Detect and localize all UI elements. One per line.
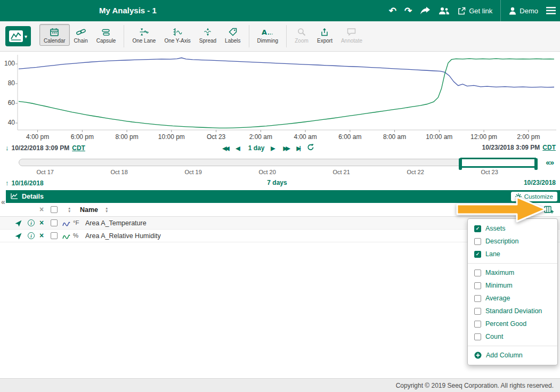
menu-item-standard-deviation[interactable]: Standard Deviation <box>468 305 557 317</box>
timeline-date-label: Oct 18 <box>110 169 127 175</box>
x-axis[interactable]: 4:00 pm6:00 pm8:00 pm10:00 pmOct 232:00 … <box>0 133 560 142</box>
timezone-link-start[interactable]: CDT <box>72 144 85 152</box>
toolbar-dimming-button[interactable]: A Dimming <box>253 24 282 46</box>
plus-circle-icon <box>474 352 482 359</box>
toolbar-chain-button[interactable]: Chain <box>70 24 92 46</box>
row-checkbox[interactable] <box>51 219 58 226</box>
timezone-link-end[interactable]: CDT <box>542 144 556 151</box>
step-to-now-icon[interactable]: ▶| <box>297 145 301 151</box>
menu-item-average[interactable]: Average <box>468 292 557 305</box>
toolbar-labels-button[interactable]: Labels <box>221 24 245 46</box>
display-range-end[interactable]: 10/23/2018 3:09 PM <box>482 144 540 151</box>
trend-chart[interactable]: 100806040 <box>0 52 560 133</box>
remove-all-icon[interactable]: × <box>39 206 44 213</box>
shrink-range-icon[interactable]: ↓ <box>5 144 9 152</box>
unit-label: % <box>73 232 78 239</box>
timeline-date-label: Oct 20 <box>258 169 275 175</box>
toolbar-spread-button[interactable]: Spread <box>195 24 221 46</box>
toolbar-zoom-label: Zoom <box>295 38 309 44</box>
user-menu-button[interactable]: Demo <box>509 7 538 15</box>
signal-name[interactable]: Area A_Temperature <box>85 219 147 227</box>
timeline-selection[interactable] <box>460 158 536 168</box>
menu-item-maximum[interactable]: Maximum <box>468 266 557 279</box>
selection-left-handle[interactable] <box>459 158 462 170</box>
menu-item-description[interactable]: Description <box>468 235 557 248</box>
refresh-icon[interactable] <box>307 144 316 152</box>
step-forward-fast-icon[interactable]: ▶▶ <box>283 145 290 151</box>
toolbar-one-lane-label: One Lane <box>132 38 156 44</box>
menu-item-assets[interactable]: Assets <box>468 222 557 235</box>
add-column-label: Add Column <box>486 352 523 359</box>
seeq-app: My Analysis - 1 ↶ ↷ Get link Demo <box>0 0 560 392</box>
chevron-down-icon: ▾ <box>25 34 27 39</box>
details-title: Details <box>22 193 44 200</box>
toolbar-chain-label: Chain <box>74 38 88 44</box>
timeline-date-label: Oct 22 <box>407 169 424 175</box>
info-icon[interactable]: i <box>28 232 35 239</box>
remove-icon[interactable]: × <box>39 219 44 226</box>
menu-item-label: Count <box>485 333 503 340</box>
toolbar-one-lane-button[interactable]: One Lane <box>128 24 160 46</box>
calendar-icon <box>50 27 59 36</box>
toolbar-separator <box>286 25 287 47</box>
select-all-checkbox[interactable] <box>51 206 58 213</box>
name-column-header[interactable]: Name <box>80 206 98 214</box>
step-size-link[interactable]: 1 day <box>248 144 265 152</box>
expand-range-arrow-icon[interactable]: ↑ <box>5 179 9 187</box>
investigate-duration[interactable]: 7 days <box>267 179 287 186</box>
x-axis-tick-label: 6:00 am <box>338 133 361 141</box>
series-line-Area A_Relative Humidity[interactable] <box>19 59 554 128</box>
menu-item-label: Average <box>485 295 510 302</box>
name-sort-icon[interactable]: ▲▼ <box>105 207 108 213</box>
get-link-button[interactable]: Get link <box>458 7 492 15</box>
users-icon[interactable] <box>439 7 450 15</box>
step-back-icon[interactable]: ◀ <box>236 145 242 151</box>
get-link-label: Get link <box>469 7 492 15</box>
timeline-scrubber: «» <box>0 157 560 169</box>
share-forward-icon[interactable] <box>420 6 431 15</box>
row-checkbox[interactable] <box>51 232 58 239</box>
step-forward-icon[interactable]: ▶ <box>271 145 277 151</box>
trend-chart-svg[interactable] <box>0 52 560 133</box>
checkbox <box>474 270 481 276</box>
menu-divider <box>468 263 557 264</box>
toolbar-one-y-axis-button[interactable]: One Y-Axis <box>160 24 194 46</box>
user-icon <box>509 7 516 15</box>
pin-icon[interactable] <box>15 219 22 229</box>
menu-item-count[interactable]: Count <box>468 330 557 343</box>
series-line-Area A_Temperature[interactable] <box>19 58 554 87</box>
investigate-start-date[interactable]: 10/16/2018 <box>12 179 44 187</box>
timeline-track[interactable] <box>19 159 538 166</box>
signal-name[interactable]: Area A_Relative Humidity <box>85 232 161 240</box>
selection-right-handle[interactable] <box>534 158 538 170</box>
undo-icon[interactable]: ↶ <box>389 6 396 15</box>
details-chart-icon <box>11 192 18 201</box>
x-axis-tick-label: 2:00 pm <box>517 133 540 141</box>
menu-item-lane[interactable]: Lane <box>468 248 557 260</box>
display-range-start[interactable]: 10/22/2018 3:09 PM <box>12 144 70 152</box>
header-divider <box>500 0 501 21</box>
remove-icon[interactable]: × <box>39 232 44 239</box>
checkbox <box>474 225 481 232</box>
toolbar-capsule-button[interactable]: Capsule <box>92 24 120 46</box>
menu-item-percent-good[interactable]: Percent Good <box>468 317 557 330</box>
menu-divider <box>468 346 557 346</box>
toolbar-export-button[interactable]: Export <box>313 24 337 46</box>
svg-text:A: A <box>262 28 267 36</box>
step-back-fast-icon[interactable]: ◀◀ <box>222 145 229 151</box>
redo-icon[interactable]: ↷ <box>404 6 412 15</box>
expand-range-icon[interactable]: «» <box>546 158 554 166</box>
x-axis-tick-label: 10:00 pm <box>158 133 185 141</box>
menu-item-label: Maximum <box>485 269 514 276</box>
toolbar-calendar-button[interactable]: Calendar <box>39 24 70 46</box>
x-axis-tick-label: 2:00 am <box>249 133 272 141</box>
info-icon[interactable]: i <box>28 219 35 226</box>
hamburger-menu-icon[interactable] <box>546 7 556 14</box>
investigate-end-date[interactable]: 10/23/2018 <box>524 179 556 186</box>
view-selector-button[interactable]: ▾ <box>5 26 31 46</box>
menu-item-minimum[interactable]: Minimum <box>468 279 557 292</box>
add-column-item[interactable]: Add Column <box>468 349 557 362</box>
sort-icon[interactable]: ▲▼ <box>68 207 71 213</box>
checkbox <box>474 295 481 302</box>
pin-icon[interactable] <box>15 232 22 242</box>
